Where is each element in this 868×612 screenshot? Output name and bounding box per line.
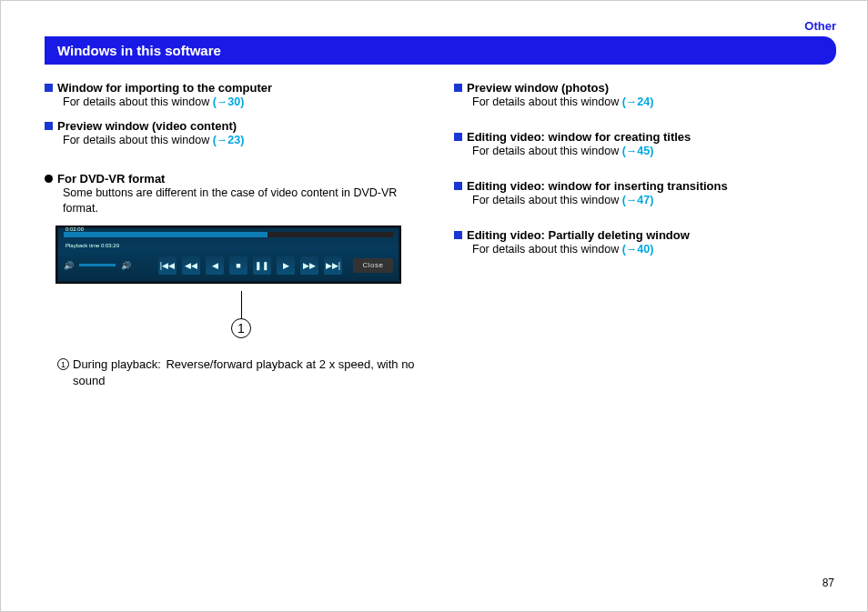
speaker-icon[interactable]: 🔊 [64, 261, 74, 270]
page-link[interactable]: (→30) [213, 95, 245, 108]
page-link[interactable]: (→24) [622, 95, 654, 108]
pause-button[interactable]: ❚❚ [253, 256, 271, 275]
section-title-bar: Windows in this software [45, 36, 836, 65]
fastforward-button[interactable]: ▶▶ [300, 256, 318, 275]
scrub-bar[interactable] [64, 232, 393, 237]
page-link[interactable]: (→45) [622, 145, 654, 157]
annotation: 1 During playback: Reverse/forward playb… [57, 356, 427, 389]
volume-bar[interactable] [79, 264, 116, 266]
skip-start-button[interactable]: |◀◀ [158, 256, 177, 275]
entry-dvd-vr: For DVD-VR format Some buttons are diffe… [45, 172, 427, 216]
entry-editing-delete: Editing video: Partially deleting window… [454, 228, 836, 257]
playback-control-bar: 0:02:00 Playback time 0:03:29 🔊 🔊 |◀◀ ◀◀… [56, 226, 401, 284]
entry-preview-video: Preview window (video content) For detai… [45, 119, 427, 148]
right-column: Preview window (photos) For details abou… [454, 81, 836, 389]
reverse-play-button[interactable]: ◀ [206, 256, 224, 275]
playback-time-label: Playback time 0:03:29 [66, 243, 119, 248]
square-bullet-icon [45, 84, 53, 92]
square-bullet-icon [454, 182, 462, 190]
entry-title: For DVD-VR format [57, 172, 165, 186]
play-button[interactable]: ▶ [277, 256, 295, 275]
entry-editing-transitions: Editing video: window for inserting tran… [454, 179, 836, 208]
entry-sub-text: For details about this window [472, 145, 622, 157]
skip-end-button[interactable]: ▶▶| [324, 256, 342, 275]
page-link[interactable]: (→47) [622, 194, 654, 206]
entry-sub-text: For details about this window [472, 194, 622, 206]
close-button[interactable]: Close [353, 258, 393, 273]
section-category: Other [45, 19, 836, 33]
left-column: Window for importing to the computer For… [45, 81, 427, 389]
entry-sub-text: For details about this window [472, 243, 622, 256]
page-number: 87 [823, 577, 834, 589]
stop-button[interactable]: ■ [229, 256, 247, 275]
entry-title: Editing video: window for inserting tran… [467, 179, 728, 193]
entry-title: Preview window (video content) [57, 119, 237, 133]
annotation-number-icon: 1 [57, 358, 69, 370]
square-bullet-icon [454, 133, 462, 141]
entry-editing-titles: Editing video: window for creating title… [454, 130, 836, 159]
callout: 1 [56, 291, 427, 338]
page-link[interactable]: (→23) [213, 134, 245, 146]
entry-title: Editing video: Partially deleting window [467, 228, 690, 242]
entry-title: Preview window (photos) [467, 81, 609, 95]
entry-preview-photos: Preview window (photos) For details abou… [454, 81, 836, 110]
entry-title: Window for importing to the computer [57, 81, 272, 95]
circle-bullet-icon [45, 175, 53, 183]
entry-sub-text: For details about this window [63, 134, 213, 146]
callout-number: 1 [231, 318, 251, 338]
rewind-button[interactable]: ◀◀ [182, 256, 200, 275]
annotation-label: During playback: [73, 357, 161, 371]
entry-sub-text: For details about this window [63, 95, 213, 108]
entry-description: Some buttons are different in the case o… [63, 186, 427, 216]
speaker-max-icon: 🔊 [121, 261, 131, 270]
square-bullet-icon [45, 122, 53, 130]
entry-sub-text: For details about this window [472, 95, 622, 108]
square-bullet-icon [454, 231, 462, 239]
entry-import-window: Window for importing to the computer For… [45, 81, 427, 110]
page-link[interactable]: (→40) [622, 243, 654, 256]
entry-title: Editing video: window for creating title… [467, 130, 691, 144]
square-bullet-icon [454, 84, 462, 92]
